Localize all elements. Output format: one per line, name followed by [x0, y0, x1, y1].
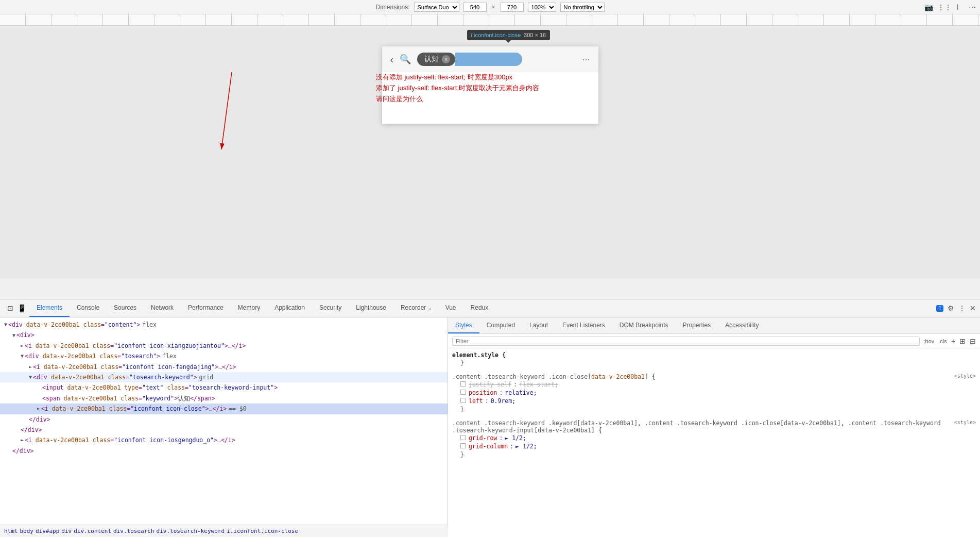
css-checkbox[interactable]	[460, 381, 466, 387]
devtools-device-icon[interactable]: 📱	[16, 303, 27, 313]
dom-line[interactable]: <i data-v-2ce00ba1 class="iconfont icon-…	[0, 435, 448, 445]
settings-icon[interactable]: ⋮⋮	[937, 3, 952, 11]
collapse-icon[interactable]: ⋯	[969, 3, 976, 11]
dom-line-selected[interactable]: <i data-v-2ce00ba1 class="iconfont icon-…	[0, 404, 448, 414]
styles-tabbar: Styles Computed Layout Event Listeners D…	[448, 317, 980, 334]
tab-application[interactable]: Application	[267, 299, 312, 317]
breadcrumb-divkeyword[interactable]: div.tosearch-keyword	[157, 528, 225, 534]
ruler-marks	[0, 14, 980, 25]
height-input[interactable]	[501, 3, 524, 12]
screenshot-icon[interactable]: 📷	[924, 3, 933, 11]
search-pill-close-button[interactable]: ×	[442, 55, 450, 63]
width-input[interactable]	[463, 3, 487, 12]
tab-memory[interactable]: Memory	[231, 299, 267, 317]
more-icon[interactable]: ⌇	[956, 3, 959, 11]
back-button[interactable]: ‹	[390, 54, 394, 65]
css-checkbox[interactable]	[460, 435, 466, 440]
css-value: 0.9rem;	[491, 397, 515, 405]
dom-tag: <i data-v-2ce00ba1 class="iconfont icon-…	[25, 341, 228, 350]
styles-tab-properties[interactable]: Properties	[676, 317, 718, 333]
dom-line[interactable]: <div>	[0, 330, 448, 340]
device-selector[interactable]: Surface Duo	[414, 3, 459, 12]
css-source[interactable]: <style>	[954, 373, 976, 380]
styles-icon1[interactable]: ⊞	[959, 337, 966, 345]
dom-triangle[interactable]	[21, 436, 24, 444]
css-colon: :	[513, 381, 517, 388]
search-more-button[interactable]: ···	[582, 54, 590, 65]
dom-triangle[interactable]	[29, 363, 32, 371]
css-close-brace: }	[460, 451, 464, 458]
styles-tab-styles[interactable]: Styles	[448, 317, 479, 333]
styles-tab-dom-breakpoints[interactable]: DOM Breakpoints	[612, 317, 676, 333]
dom-ellipsis: …	[218, 362, 222, 372]
css-checkbox[interactable]	[460, 390, 466, 395]
tab-performance[interactable]: Performance	[181, 299, 231, 317]
devtools-settings-icon[interactable]: ⚙	[948, 304, 954, 312]
breadcrumb-body[interactable]: body	[20, 528, 34, 534]
dom-triangle[interactable]	[4, 321, 7, 329]
styles-hov-button[interactable]: :hov	[924, 338, 935, 344]
styles-cls-button[interactable]: .cls	[938, 338, 947, 344]
dom-line[interactable]: <i data-v-2ce00ba1 class="iconfont icon-…	[0, 362, 448, 372]
dom-line[interactable]: <div data-v-2ce00ba1 class="content"> fl…	[0, 320, 448, 330]
styles-tab-event-listeners[interactable]: Event Listeners	[555, 317, 612, 333]
tooltip-tag: i.iconfont.icon-close	[471, 32, 521, 38]
tab-lighthouse[interactable]: Lighthouse	[349, 299, 393, 317]
css-selector-line: element.style {	[452, 351, 976, 359]
styles-tab-accessibility[interactable]: Accessibility	[718, 317, 766, 333]
css-colon: :	[510, 443, 513, 450]
dom-tag: </i>	[222, 362, 236, 372]
breadcrumb-iconfont[interactable]: i.iconfont.icon-close	[227, 528, 298, 534]
breadcrumb-divapp[interactable]: div#app	[36, 528, 59, 534]
breadcrumb-div[interactable]: div	[61, 528, 72, 534]
breadcrumb-divcontent[interactable]: div.content	[74, 528, 111, 534]
styles-tab-computed[interactable]: Computed	[479, 317, 522, 333]
dom-line[interactable]: <div data-v-2ce00ba1 class="tosearch-key…	[0, 372, 448, 382]
devtools-more-icon[interactable]: ⋮	[958, 304, 966, 312]
styles-filter-input[interactable]	[452, 337, 920, 346]
css-prop-line: left : 0.9rem;	[452, 397, 976, 405]
dom-triangle[interactable]	[29, 373, 32, 381]
dom-layout: flex	[162, 351, 177, 361]
dom-line[interactable]: <input data-v-2ce00ba1 type="text" class…	[0, 382, 448, 393]
dom-triangle[interactable]	[37, 405, 40, 413]
element-tooltip: i.iconfont.icon-close 300 × 16	[467, 30, 551, 40]
annotation-line3: 请问这是为什么	[376, 94, 541, 105]
tab-console[interactable]: Console	[70, 299, 107, 317]
styles-icon2[interactable]: ⊟	[970, 337, 976, 345]
css-close: }	[452, 359, 976, 367]
dom-line[interactable]: </div>	[0, 414, 448, 425]
dom-line[interactable]: <span data-v-2ce00ba1 class="keyword"> 认…	[0, 393, 448, 404]
tab-sources[interactable]: Sources	[107, 299, 144, 317]
breadcrumb-divtosearch[interactable]: div.tosearch	[113, 528, 154, 534]
css-checkbox[interactable]	[460, 443, 466, 448]
tab-redux[interactable]: Redux	[463, 299, 496, 317]
devtools-close-icon[interactable]: ✕	[970, 304, 976, 312]
styles-tab-layout[interactable]: Layout	[522, 317, 555, 333]
dom-line[interactable]: </div>	[0, 425, 448, 435]
css-value: relative;	[505, 389, 537, 396]
zoom-selector[interactable]: 100%	[528, 3, 556, 12]
tab-vue[interactable]: Vue	[438, 299, 463, 317]
dom-line[interactable]: </div>	[0, 446, 448, 456]
styles-add-button[interactable]: +	[951, 337, 955, 345]
dom-triangle[interactable]	[12, 331, 15, 340]
tab-network[interactable]: Network	[144, 299, 181, 317]
devtools-cursor-icon[interactable]: ⊡	[6, 303, 14, 313]
dom-line[interactable]: <div data-v-2ce00ba1 class="tosearch"> f…	[0, 351, 448, 361]
dom-triangle[interactable]	[21, 342, 24, 350]
tab-security[interactable]: Security	[312, 299, 349, 317]
dom-line[interactable]: <i data-v-2ce00ba1 class="iconfont icon-…	[0, 341, 448, 351]
dom-triangle[interactable]	[21, 352, 24, 360]
throttle-selector[interactable]: No throttling	[560, 3, 605, 12]
css-close-brace: }	[460, 359, 464, 366]
tab-recorder[interactable]: Recorder ⌟	[393, 299, 438, 317]
search-pill[interactable]: 认知 ×	[417, 53, 455, 66]
css-checkbox[interactable]	[460, 398, 466, 403]
css-source[interactable]: <style>	[954, 419, 976, 434]
search-icon[interactable]: 🔍	[400, 54, 411, 65]
tab-elements[interactable]: Elements	[29, 299, 70, 317]
preview-area: i.iconfont.icon-close 300 × 16 ‹ 🔍 认知 × …	[0, 26, 980, 278]
css-prop: justify-self	[469, 381, 511, 388]
breadcrumb-html[interactable]: html	[4, 528, 18, 534]
